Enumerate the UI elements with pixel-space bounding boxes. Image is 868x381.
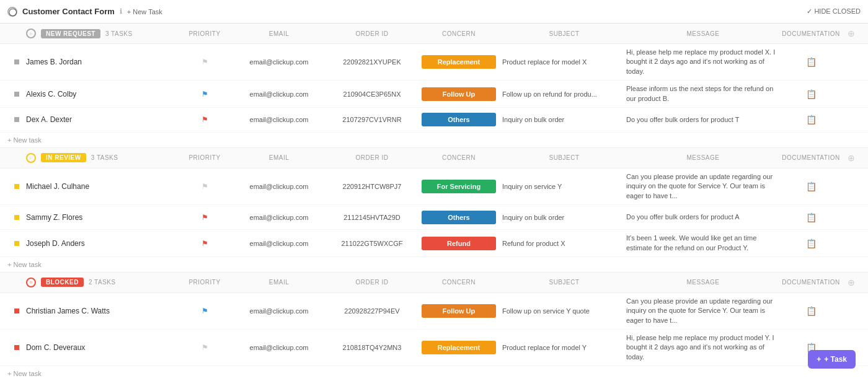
add-col-icon-in-review[interactable]: ⊕ bbox=[842, 151, 861, 165]
col-priority: PRIORITY bbox=[180, 275, 229, 290]
concern-badge: Follow Up bbox=[422, 87, 496, 101]
task-checkbox[interactable] bbox=[7, 184, 26, 189]
task-row-new-request-1[interactable]: Alexis C. Colby ⚑ email@clickup.com 2109… bbox=[0, 81, 868, 108]
priority-flag-icon: ⚑ bbox=[202, 343, 208, 352]
task-status-dot bbox=[14, 117, 19, 122]
task-checkbox[interactable] bbox=[7, 345, 26, 350]
col-order-id: ORDER ID bbox=[329, 151, 415, 165]
task-name[interactable]: Christian James C. Watts bbox=[26, 307, 180, 315]
task-order-id: 210818TQ4Y2MN3 bbox=[329, 344, 415, 351]
task-row-new-request-0[interactable]: James B. Jordan ⚑ email@clickup.com 2209… bbox=[0, 44, 868, 81]
new-task-row-new-request[interactable]: + New task bbox=[0, 133, 868, 147]
task-documentation[interactable]: 📋 bbox=[780, 115, 842, 125]
task-row-blocked-0[interactable]: Christian James C. Watts ⚑ email@clickup… bbox=[0, 293, 868, 330]
section-circle-in-review[interactable]: ○ bbox=[26, 153, 36, 163]
task-name[interactable]: Sammy Z. Flores bbox=[26, 213, 180, 222]
task-name[interactable]: Dom C. Deveraux bbox=[26, 343, 180, 352]
task-name[interactable]: James B. Jordan bbox=[26, 58, 180, 66]
task-message: Do you offer bulk orders for product A bbox=[626, 212, 780, 222]
task-priority[interactable]: ⚑ bbox=[180, 182, 229, 191]
task-row-blocked-1[interactable]: Dom C. Deveraux ⚑ email@clickup.com 2108… bbox=[0, 330, 868, 366]
col-message: MESSAGE bbox=[626, 151, 780, 165]
main-content: ○ NEW REQUEST 3 TASKS PRIORITY EMAIL ORD… bbox=[0, 24, 868, 381]
col-subject: SUBJECT bbox=[502, 26, 626, 41]
task-concern: Others bbox=[415, 211, 502, 224]
task-checkbox[interactable] bbox=[7, 117, 26, 122]
priority-flag-icon: ⚑ bbox=[202, 90, 208, 99]
task-name[interactable]: Dex A. Dexter bbox=[26, 115, 180, 124]
task-subject: Follow up on service Y quote bbox=[502, 307, 626, 315]
task-subject: Inquiry on bulk order bbox=[502, 116, 626, 123]
task-message: It's been 1 week. We would like get an t… bbox=[626, 234, 780, 253]
priority-flag-icon: ⚑ bbox=[202, 213, 208, 222]
task-priority[interactable]: ⚑ bbox=[180, 213, 229, 222]
task-row-in-review-2[interactable]: Joseph D. Anders ⚑ email@clickup.com 211… bbox=[0, 230, 868, 257]
col-message: MESSAGE bbox=[626, 275, 780, 290]
task-message: Can you please provide an update regardi… bbox=[626, 297, 780, 325]
task-order-id: 2112145HVTA29D bbox=[329, 214, 415, 221]
col-documentation: DOCUMENTATION bbox=[780, 275, 842, 290]
task-subject: Inquiry on service Y bbox=[502, 183, 626, 190]
section-circle-blocked[interactable]: ○ bbox=[26, 278, 36, 287]
hide-closed-button[interactable]: ✓ HIDE CLOSED bbox=[807, 7, 861, 15]
task-name[interactable]: Michael J. Culhane bbox=[26, 182, 180, 191]
add-col-icon-blocked[interactable]: ⊕ bbox=[842, 275, 861, 290]
concern-badge: Others bbox=[422, 113, 496, 126]
task-row-in-review-0[interactable]: Michael J. Culhane ⚑ email@clickup.com 2… bbox=[0, 169, 868, 205]
task-name[interactable]: Alexis C. Colby bbox=[26, 90, 180, 99]
new-task-row-in-review[interactable]: + New task bbox=[0, 257, 868, 272]
add-task-button[interactable]: + + Task bbox=[808, 350, 856, 369]
col-concern: CONCERN bbox=[415, 151, 502, 165]
new-task-row-blocked[interactable]: + New task bbox=[0, 366, 868, 381]
task-documentation[interactable]: 📋 bbox=[780, 182, 842, 191]
task-documentation[interactable]: 📋 bbox=[780, 212, 842, 222]
concern-badge: For Servicing bbox=[422, 180, 496, 193]
task-subject: Inquiry on bulk order bbox=[502, 214, 626, 221]
task-priority[interactable]: ⚑ bbox=[180, 58, 229, 66]
priority-flag-icon: ⚑ bbox=[202, 58, 208, 66]
task-name[interactable]: Joseph D. Anders bbox=[26, 239, 180, 248]
concern-badge: Others bbox=[422, 211, 496, 224]
col-subject: SUBJECT bbox=[502, 151, 626, 165]
header-left: ◯ Customer Contact Form ℹ + New Task bbox=[7, 7, 162, 17]
task-priority[interactable]: ⚑ bbox=[180, 115, 229, 124]
task-priority[interactable]: ⚑ bbox=[180, 90, 229, 99]
task-documentation[interactable]: 📋 bbox=[780, 89, 842, 99]
col-priority: PRIORITY bbox=[180, 151, 229, 165]
task-concern: Refund bbox=[415, 237, 502, 250]
task-priority[interactable]: ⚑ bbox=[180, 307, 229, 315]
task-checkbox[interactable] bbox=[7, 59, 26, 64]
task-row-new-request-2[interactable]: Dex A. Dexter ⚑ email@clickup.com 210729… bbox=[0, 108, 868, 133]
task-documentation[interactable]: 📋 bbox=[780, 239, 842, 248]
task-priority[interactable]: ⚑ bbox=[180, 239, 229, 248]
section-count-new-request: 3 TASKS bbox=[105, 30, 133, 37]
task-status-dot bbox=[14, 92, 19, 97]
header: ◯ Customer Contact Form ℹ + New Task ✓ H… bbox=[0, 0, 868, 24]
task-message: Do you offer bulk orders for product T bbox=[626, 115, 780, 125]
section-count-in-review: 3 TASKS bbox=[91, 154, 118, 161]
add-col-icon-new-request[interactable]: ⊕ bbox=[842, 26, 861, 41]
col-concern: CONCERN bbox=[415, 275, 502, 290]
task-email: email@clickup.com bbox=[229, 90, 329, 98]
task-documentation[interactable]: 📋 bbox=[780, 306, 842, 316]
task-checkbox[interactable] bbox=[7, 92, 26, 97]
section-circle-new-request[interactable]: ○ bbox=[26, 28, 36, 38]
task-documentation[interactable]: 📋 bbox=[780, 57, 842, 67]
task-priority[interactable]: ⚑ bbox=[180, 343, 229, 352]
task-row-in-review-1[interactable]: Sammy Z. Flores ⚑ email@clickup.com 2112… bbox=[0, 205, 868, 230]
priority-flag-icon: ⚑ bbox=[202, 115, 208, 124]
task-status-dot bbox=[14, 184, 19, 189]
task-checkbox[interactable] bbox=[7, 309, 26, 313]
task-concern: Others bbox=[415, 113, 502, 126]
task-subject: Product replace for model X bbox=[502, 58, 626, 66]
info-icon[interactable]: ℹ bbox=[120, 7, 122, 15]
task-concern: Follow Up bbox=[415, 304, 502, 318]
task-checkbox[interactable] bbox=[7, 215, 26, 220]
task-email: email@clickup.com bbox=[229, 183, 329, 190]
app-container: ◯ Customer Contact Form ℹ + New Task ✓ H… bbox=[0, 0, 868, 381]
task-checkbox[interactable] bbox=[7, 241, 26, 246]
task-status-dot bbox=[14, 215, 19, 220]
priority-flag-icon: ⚑ bbox=[202, 239, 208, 248]
new-task-header-button[interactable]: + New Task bbox=[127, 8, 162, 15]
section-new-request-col-header: ○ NEW REQUEST 3 TASKS PRIORITY EMAIL ORD… bbox=[0, 24, 868, 44]
